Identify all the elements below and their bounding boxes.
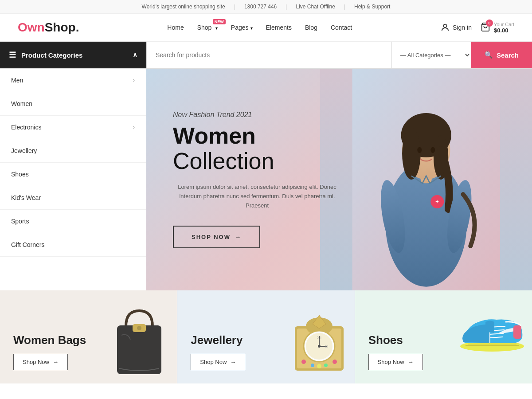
search-label: Search xyxy=(497,51,519,59)
nav-blog[interactable]: Blog xyxy=(305,23,317,31)
sidebar-item-women[interactable]: Women xyxy=(0,92,146,116)
cart-label: Your Cart xyxy=(494,22,514,27)
new-badge: NEW xyxy=(213,19,226,24)
cart-amount: $0.00 xyxy=(494,27,514,34)
bag-svg xyxy=(106,300,172,379)
hamburger-icon: ☰ xyxy=(9,50,16,60)
svg-point-26 xyxy=(318,345,321,348)
logo-own: Own xyxy=(18,20,45,34)
product-card-women-bags-button[interactable]: Shop Now → xyxy=(13,354,68,370)
nav-contact-link[interactable]: Contact xyxy=(331,24,352,31)
categories-label: Product Categories xyxy=(21,51,82,59)
nav-shop[interactable]: Shop NEW xyxy=(197,23,218,31)
tagline: World's largest online shopping site xyxy=(142,4,225,10)
search-form: — All Categories — Men Women Electronics… xyxy=(146,42,532,68)
shoes-image xyxy=(457,300,528,383)
product-card-shoes-content: Shoes Shop Now → xyxy=(368,333,423,370)
search-button[interactable]: 🔍 Search xyxy=(471,42,532,68)
product-card-shoes-title: Shoes xyxy=(368,333,423,347)
header: OwnShop. Home Shop NEW Pages Elements Bl… xyxy=(0,14,532,42)
product-card-women-bags-content: Women Bags Shop Now → xyxy=(13,333,86,370)
user-icon xyxy=(440,23,450,32)
nav-blog-link[interactable]: Blog xyxy=(305,24,317,31)
sign-in-label: Sign in xyxy=(453,24,472,31)
chevron-right-icon: › xyxy=(133,77,135,83)
sidebar-item-gift-corners[interactable]: Gift Corners xyxy=(0,233,146,257)
sidebar-item-kids-wear-label: Kid's Wear xyxy=(11,194,41,201)
chevron-right-icon-2: › xyxy=(133,124,135,130)
nav-shop-link[interactable]: Shop xyxy=(197,24,212,31)
hero-btn-arrow: → xyxy=(235,234,242,240)
nav-pages-link[interactable]: Pages xyxy=(231,24,249,31)
nav-contact[interactable]: Contact xyxy=(331,23,352,31)
sign-in-button[interactable]: Sign in xyxy=(440,23,472,32)
live-chat: Live Chat Offline xyxy=(296,4,335,10)
svg-text:✦: ✦ xyxy=(435,199,439,204)
svg-rect-15 xyxy=(117,325,161,374)
category-select[interactable]: — All Categories — Men Women Electronics… xyxy=(391,42,471,68)
sidebar-item-kids-wear[interactable]: Kid's Wear xyxy=(0,186,146,210)
nav-home[interactable]: Home xyxy=(167,23,184,31)
main-nav: Home Shop NEW Pages Elements Blog Contac… xyxy=(167,23,352,31)
hero-description: Lorem ipsum dolor sit amet, consectetur … xyxy=(173,183,341,210)
shoe-svg xyxy=(457,300,528,353)
sidebar: Men › Women Electronics › Jewellery Shoe… xyxy=(0,69,146,290)
sidebar-header-left: ☰ Product Categories xyxy=(9,50,82,60)
sidebar-item-jewellery[interactable]: Jewellery xyxy=(0,139,146,163)
logo[interactable]: OwnShop. xyxy=(18,20,79,35)
main-layout: Men › Women Electronics › Jewellery Shoe… xyxy=(0,69,532,290)
jewellery-btn-label: Shop Now xyxy=(200,359,227,365)
search-icon: 🔍 xyxy=(485,51,493,59)
women-bags-btn-arrow: → xyxy=(53,359,59,365)
sidebar-header[interactable]: ☰ Product Categories ∧ xyxy=(0,42,146,68)
svg-text:XII: XII xyxy=(317,336,321,340)
search-area: ☰ Product Categories ∧ — All Categories … xyxy=(0,42,532,69)
product-card-jewellery-button[interactable]: Shop Now → xyxy=(191,354,245,370)
sidebar-item-shoes-label: Shoes xyxy=(11,171,29,178)
sidebar-item-women-label: Women xyxy=(11,100,32,107)
svg-point-9 xyxy=(417,147,422,153)
nav-pages[interactable]: Pages xyxy=(231,23,253,31)
shoes-btn-arrow: → xyxy=(408,359,414,365)
svg-point-29 xyxy=(301,360,306,364)
chevron-up-icon: ∧ xyxy=(133,51,137,59)
sidebar-item-sports[interactable]: Sports xyxy=(0,210,146,233)
nav-elements[interactable]: Elements xyxy=(266,23,292,31)
svg-point-7 xyxy=(402,128,421,180)
women-bags-image xyxy=(106,300,172,383)
product-cards-section: Women Bags Shop Now → xyxy=(0,290,532,383)
sidebar-item-jewellery-label: Jewellery xyxy=(11,147,37,154)
shoes-btn-label: Shop Now xyxy=(378,359,404,365)
jewellery-btn-arrow: → xyxy=(230,359,236,365)
product-card-women-bags: Women Bags Shop Now → xyxy=(0,290,177,383)
svg-point-10 xyxy=(430,147,435,153)
cart-info: Your Cart $0.00 xyxy=(494,22,514,34)
hero-title: Women Collection xyxy=(173,123,341,174)
header-actions: Sign in 0 Your Cart $0.00 xyxy=(440,22,514,34)
hero-shop-now-button[interactable]: SHOP NOW → xyxy=(173,226,260,248)
sidebar-item-shoes[interactable]: Shoes xyxy=(0,163,146,186)
svg-point-30 xyxy=(311,364,314,367)
product-card-shoes-button[interactable]: Shop Now → xyxy=(368,354,423,370)
sep2: | xyxy=(286,4,287,10)
hero-title-bold: Women xyxy=(173,123,256,149)
svg-point-0 xyxy=(443,24,446,27)
sidebar-item-electronics[interactable]: Electronics › xyxy=(0,116,146,139)
sidebar-item-men[interactable]: Men › xyxy=(0,69,146,92)
phone: 1300 727 446 xyxy=(244,4,277,10)
sep1: | xyxy=(234,4,235,10)
women-bags-btn-label: Shop Now xyxy=(23,359,49,365)
svg-point-17 xyxy=(137,326,141,330)
svg-rect-40 xyxy=(513,325,521,339)
sidebar-item-electronics-label: Electronics xyxy=(11,124,41,131)
product-card-jewellery-title: Jewellery xyxy=(191,333,245,347)
search-input[interactable] xyxy=(147,42,391,68)
hero-content: New Fashion Trend 2021 Women Collection … xyxy=(146,84,368,275)
product-card-jewellery: Jewellery Shop Now → xyxy=(177,290,355,383)
hero-subtitle: New Fashion Trend 2021 xyxy=(173,111,341,119)
sep3: | xyxy=(344,4,345,10)
hero-section: New Fashion Trend 2021 Women Collection … xyxy=(146,69,532,290)
nav-elements-link[interactable]: Elements xyxy=(266,24,292,31)
cart-button[interactable]: 0 Your Cart $0.00 xyxy=(481,22,514,34)
nav-home-link[interactable]: Home xyxy=(167,24,184,31)
